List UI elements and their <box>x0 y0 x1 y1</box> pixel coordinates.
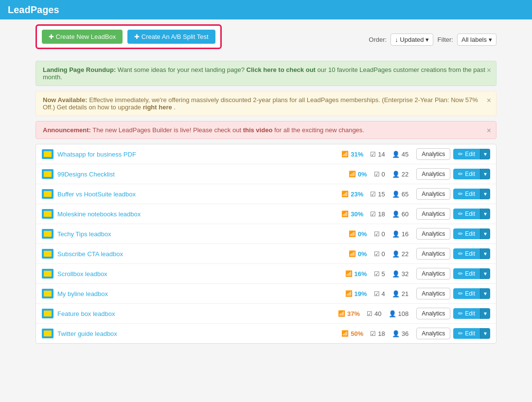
action-group: Analytics ✏ Edit ▾ <box>416 208 490 220</box>
edit-button[interactable]: ✏ Edit <box>453 268 480 279</box>
edit-button[interactable]: ✏ Edit <box>453 228 480 239</box>
edit-dropdown-button[interactable]: ▾ <box>480 248 490 259</box>
leadbox-name[interactable]: My byline leadbox <box>57 290 341 297</box>
leadbox-name[interactable]: Moleskine notebooks leadbox <box>57 210 337 218</box>
edit-dropdown-button[interactable]: ▾ <box>480 149 490 159</box>
people-icon: 👤 <box>392 330 400 337</box>
create-leadbox-button[interactable]: ✚ Create New LeadBox <box>42 30 123 44</box>
edit-button[interactable]: ✏ Edit <box>453 288 480 299</box>
analytics-button[interactable]: Analytics <box>416 168 450 180</box>
stat-people: 👤 45 <box>392 151 408 158</box>
edit-label: Edit <box>465 330 475 337</box>
stat-conversion: 📶 0% <box>349 230 367 238</box>
analytics-button[interactable]: Analytics <box>416 188 450 200</box>
edit-button[interactable]: ✏ Edit <box>453 169 480 179</box>
edit-dropdown-button[interactable]: ▾ <box>480 169 490 179</box>
stat-people: 👤 32 <box>392 270 408 278</box>
leadbox-name[interactable]: 99Designs Checklist <box>57 171 345 178</box>
table-row: Techy Tips leadbox 📶 0% ☑ 0 👤 16 Analyti… <box>36 224 496 244</box>
leadbox-icon <box>42 149 53 159</box>
table-row: Buffer vs HootSuite leadbox 📶 23% ☑ 15 👤… <box>36 184 496 204</box>
edit-group: ✏ Edit ▾ <box>453 169 490 179</box>
leadbox-icon-inner <box>44 191 52 197</box>
edit-chevron-icon: ▾ <box>484 250 487 257</box>
conversion-value: 50% <box>351 330 363 337</box>
leadbox-icon-inner <box>44 271 52 277</box>
stat-people: 👤 60 <box>392 210 408 218</box>
bar-chart-icon: 📶 <box>341 330 349 337</box>
main-content: ✚ Create New LeadBox ✚ Create An A/B Spl… <box>28 19 504 353</box>
edit-dropdown-button[interactable]: ▾ <box>480 308 490 319</box>
stat-checkmarks: ☑ 18 <box>370 330 385 337</box>
leadbox-icon <box>42 309 53 318</box>
stat-checkmarks: ☑ 18 <box>370 210 385 218</box>
leadbox-name[interactable]: Whatsapp for business PDF <box>57 151 337 158</box>
leadbox-name[interactable]: Buffer vs HootSuite leadbox <box>57 191 337 198</box>
people-icon: 👤 <box>392 230 400 238</box>
edit-dropdown-button[interactable]: ▾ <box>480 228 490 239</box>
notice-pink-close[interactable]: × <box>487 126 491 135</box>
table-row: My byline leadbox 📶 19% ☑ 4 👤 21 Analyti… <box>36 284 496 304</box>
leadbox-name[interactable]: Subscribe CTA leadbox <box>57 250 345 258</box>
edit-dropdown-button[interactable]: ▾ <box>480 209 490 219</box>
order-value: ↓ Updated <box>395 36 424 43</box>
people-icon: 👤 <box>392 151 400 158</box>
leadbox-name[interactable]: Twitter guide leadbox <box>57 330 337 337</box>
checkmarks-value: 18 <box>378 210 385 218</box>
people-icon: 👤 <box>389 310 396 317</box>
edit-button[interactable]: ✏ Edit <box>453 209 480 219</box>
checkmarks-value: 0 <box>382 171 385 178</box>
edit-dropdown-button[interactable]: ▾ <box>480 288 490 299</box>
people-icon: 👤 <box>392 191 400 198</box>
edit-dropdown-button[interactable]: ▾ <box>480 189 490 199</box>
conversion-value: 23% <box>351 191 363 198</box>
notice-yellow-close[interactable]: × <box>487 96 491 105</box>
checkmarks-value: 0 <box>382 230 385 238</box>
pencil-icon: ✏ <box>458 171 463 177</box>
leadbox-icon <box>42 289 53 298</box>
analytics-button[interactable]: Analytics <box>416 248 450 260</box>
create-ab-split-button[interactable]: ✚ Create An A/B Split Test <box>127 30 215 44</box>
notice-pink-link[interactable]: this video <box>243 126 273 134</box>
notice-pink-text: The new LeadPages Builder is live! Pleas… <box>92 126 243 134</box>
edit-button[interactable]: ✏ Edit <box>453 149 480 159</box>
people-value: 21 <box>402 290 408 297</box>
leadbox-name[interactable]: Feature box leadbox <box>57 310 334 317</box>
stat-checkmarks: ☑ 15 <box>370 191 385 198</box>
bar-chart-icon: 📶 <box>345 270 353 277</box>
pencil-icon: ✏ <box>458 290 463 297</box>
leadbox-name[interactable]: Techy Tips leadbox <box>57 230 345 238</box>
analytics-button[interactable]: Analytics <box>416 308 450 319</box>
edit-dropdown-button[interactable]: ▾ <box>480 328 490 339</box>
leadbox-table: Whatsapp for business PDF 📶 31% ☑ 14 👤 4… <box>35 144 497 344</box>
edit-dropdown-button[interactable]: ▾ <box>480 268 490 279</box>
stat-people: 👤 22 <box>392 171 408 178</box>
conversion-value: 16% <box>355 270 367 278</box>
filter-dropdown[interactable]: All labels ▾ <box>457 34 497 46</box>
analytics-button[interactable]: Analytics <box>416 148 450 160</box>
notice-yellow-link[interactable]: right here <box>143 104 172 111</box>
notice-pink: Announcement: The new LeadPages Builder … <box>35 121 497 139</box>
edit-button[interactable]: ✏ Edit <box>453 308 480 319</box>
notice-green-close[interactable]: × <box>487 66 491 75</box>
leadbox-name[interactable]: Scrollbox leadbox <box>57 270 341 278</box>
edit-button[interactable]: ✏ Edit <box>453 248 480 259</box>
edit-chevron-icon: ▾ <box>484 330 487 337</box>
notice-green-link[interactable]: Click here to check out <box>247 66 316 73</box>
pencil-icon: ✏ <box>458 270 463 277</box>
checkmarks-value: 0 <box>382 250 385 258</box>
checkmarks-value: 5 <box>382 270 385 278</box>
analytics-button[interactable]: Analytics <box>416 208 450 220</box>
edit-button[interactable]: ✏ Edit <box>453 189 480 199</box>
analytics-button[interactable]: Analytics <box>416 288 450 299</box>
leadbox-icon-inner <box>44 231 52 237</box>
stat-conversion: 📶 31% <box>341 151 363 158</box>
order-dropdown[interactable]: ↓ Updated ▾ <box>390 34 433 46</box>
analytics-button[interactable]: Analytics <box>416 228 450 240</box>
analytics-button[interactable]: Analytics <box>416 268 450 280</box>
checkmark-icon: ☑ <box>370 210 376 218</box>
analytics-button[interactable]: Analytics <box>416 328 450 339</box>
stat-conversion: 📶 37% <box>338 310 360 317</box>
edit-button[interactable]: ✏ Edit <box>453 328 480 339</box>
leadbox-icon-inner <box>44 251 52 257</box>
